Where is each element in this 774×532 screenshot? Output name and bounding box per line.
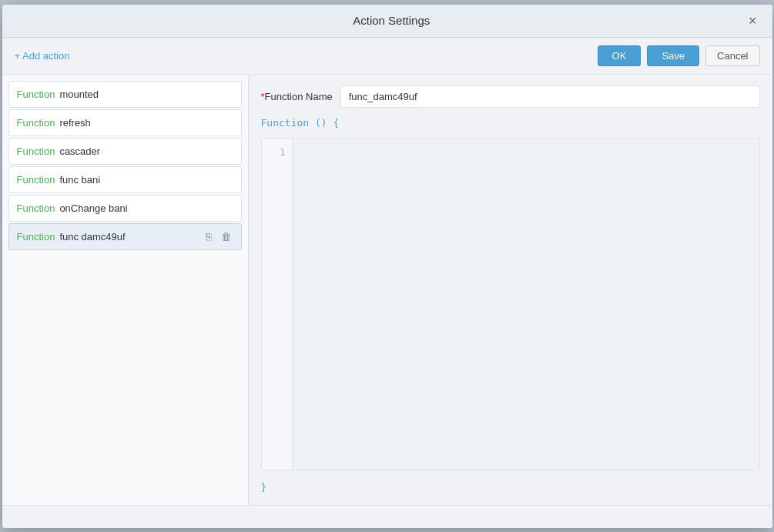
function-item-label: Function refresh [17,117,91,129]
item-actions: ⎘ 🗑 [203,230,233,243]
function-name-row: *Function Name [261,85,760,108]
code-content[interactable] [293,139,759,470]
function-item-label: Function cascader [17,146,101,157]
func-name: mounted [59,89,99,100]
modal-toolbar: + Add action OK Save Cancel [2,38,772,75]
func-name: func bani [59,174,100,186]
line-number-1: 1 [280,145,285,160]
function-item-refresh[interactable]: Function refresh ⎘ 🗑 [8,109,242,136]
close-button[interactable]: × [746,14,760,28]
code-editor: 1 [261,138,760,470]
cancel-button[interactable]: Cancel [705,45,759,66]
copy-function-button[interactable]: ⎘ [203,116,214,129]
add-action-button[interactable]: + Add action [15,50,70,62]
action-settings-modal: Action Settings × + Add action OK Save C… [2,5,772,528]
save-button[interactable]: Save [647,45,699,66]
delete-function-button[interactable]: 🗑 [219,88,233,101]
function-item-label: Function onChange bani [17,202,128,214]
modal-overlay: Action Settings × + Add action OK Save C… [0,0,774,532]
code-close: } [261,480,760,494]
delete-function-button[interactable]: 🗑 [219,145,233,158]
function-item-label: Function func bani [17,174,101,186]
function-item-onchange-bani[interactable]: Function onChange bani ⎘ 🗑 [8,195,242,222]
copy-function-button[interactable]: ⎘ [203,145,214,158]
function-name-label: *Function Name [261,91,333,102]
delete-function-button[interactable]: 🗑 [219,230,233,243]
delete-function-button[interactable]: 🗑 [219,116,233,129]
copy-function-button[interactable]: ⎘ [203,202,214,215]
function-item-cascader[interactable]: Function cascader ⎘ 🗑 [8,138,242,165]
func-name: cascader [59,146,100,157]
toolbar-right-buttons: OK Save Cancel [598,45,760,66]
code-signature: Function () { [261,117,760,129]
delete-function-button[interactable]: 🗑 [219,202,233,215]
func-keyword: Function [17,174,55,186]
function-item-label: Function mounted [17,89,99,100]
function-item-mounted[interactable]: Function mounted ⎘ 🗑 [8,81,242,108]
func-keyword: Function [17,117,55,129]
modal-body: Function mounted ⎘ 🗑 Function refresh ⎘ [2,75,772,505]
function-item-label: Function func damc49uf [17,231,126,243]
line-numbers: 1 [262,139,293,470]
ok-button[interactable]: OK [598,45,642,66]
func-keyword: Function [17,89,55,100]
function-name-input[interactable] [340,85,760,108]
modal-footer [2,505,772,528]
func-keyword: Function [17,231,55,243]
copy-function-button[interactable]: ⎘ [203,88,214,101]
function-list-panel: Function mounted ⎘ 🗑 Function refresh ⎘ [2,75,249,505]
function-item-func-damc49uf[interactable]: Function func damc49uf ⎘ 🗑 [8,223,242,250]
modal-title: Action Settings [38,14,746,27]
func-name: onChange bani [59,202,127,214]
copy-function-button[interactable]: ⎘ [203,173,214,186]
func-name: refresh [59,117,90,129]
func-keyword: Function [17,202,55,214]
delete-function-button[interactable]: 🗑 [219,173,233,186]
modal-header: Action Settings × [2,5,772,38]
func-name: func damc49uf [59,231,125,243]
function-item-func-bani[interactable]: Function func bani ⎘ 🗑 [8,166,242,193]
func-keyword: Function [17,146,55,157]
right-panel: *Function Name Function () { 1 } [249,75,772,505]
copy-function-button[interactable]: ⎘ [203,230,214,243]
